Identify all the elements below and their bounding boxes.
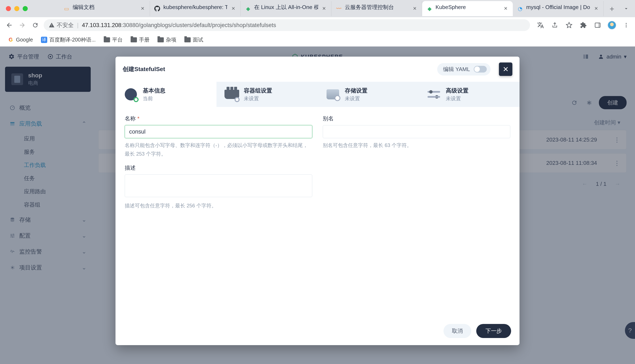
step-tabs: 基本信息当前 容器组设置未设置 存储设置未设置 高级设置未设置 [115,82,520,107]
modal-overlay[interactable]: 创建StatefulSet 编辑 YAML ✕ 基本信息当前 容器组设置未设置 [0,46,635,364]
close-icon[interactable]: ✕ [230,6,236,12]
step-sub: 未设置 [345,95,367,102]
window-min-dot[interactable] [14,6,19,11]
tab-3[interactable]: 〰 云服务器管理控制台 ✕ [331,1,422,16]
bookmark-label: 手册 [139,36,149,43]
modal-footer: 取消 下一步 [115,318,520,345]
name-input[interactable] [125,125,312,138]
tab-2[interactable]: ◆ 在 Linux 上以 All-in-One 模 ✕ [241,1,331,16]
tab-overflow-button[interactable] [621,4,631,14]
bookmark-folder-manual[interactable]: 手册 [129,35,151,44]
bookmark-label: 平台 [112,36,123,43]
not-secure-label: 不安全 [57,22,74,29]
translate-icon[interactable] [536,21,545,29]
modal-title: 创建StatefulSet [123,65,165,73]
address-actions [536,21,630,29]
edit-yaml-toggle[interactable]: 编辑 YAML [437,63,491,76]
new-tab-button[interactable]: ＋ [606,3,618,14]
close-icon[interactable]: ✕ [503,6,509,12]
omnibox[interactable]: 不安全 | 47.103.131.208:30880/golangblogs/c… [44,19,530,31]
tab-label: 在 Linux 上以 All-in-One 模 [254,4,318,11]
create-statefulset-modal: 创建StatefulSet 编辑 YAML ✕ 基本信息当前 容器组设置未设置 [115,56,520,345]
field-hint: 名称只能包含小写字母、数字和连字符（-），必须以小写字母或数字开头和结尾，最长 … [125,141,312,158]
close-icon[interactable]: ✕ [321,6,327,12]
step-storage-settings[interactable]: 存储设置未设置 [317,82,418,107]
profile-avatar[interactable] [608,21,616,29]
slider-icon [427,87,441,102]
step-title: 存储设置 [345,87,367,94]
tab-strip: ▭ 编辑文档 ✕ kubesphere/kubesphere: T ✕ ◆ 在 … [0,0,635,17]
toggle-label: 编辑 YAML [443,66,470,73]
field-name: 名称* 名称只能包含小写字母、数字和连字符（-），必须以小写字母或数字开头和结尾… [125,115,312,158]
step-title: 容器组设置 [244,87,272,94]
modal-header: 创建StatefulSet 编辑 YAML ✕ [115,56,520,82]
svg-rect-1 [598,23,600,27]
back-button[interactable] [5,20,14,30]
tab-label: 编辑文档 [73,4,137,11]
close-icon[interactable]: ✕ [593,6,599,12]
field-hint: 别名可包含任意字符，最长 63 个字符。 [323,141,510,150]
browser-chrome: ▭ 编辑文档 ✕ kubesphere/kubesphere: T ✕ ◆ 在 … [0,0,635,46]
step-basic-info[interactable]: 基本信息当前 [115,82,217,107]
modal-close-button[interactable]: ✕ [499,62,512,76]
disk-icon [325,87,340,102]
tab-label: KubeSphere [436,4,500,10]
step-sub: 未设置 [244,95,272,102]
step-advanced-settings[interactable]: 高级设置未设置 [418,82,520,107]
step-title: 高级设置 [446,87,469,94]
url-text: 47.103.131.208:30880/golangblogs/cluster… [82,22,276,28]
toggle-track [474,66,487,72]
modal-body: 名称* 名称只能包含小写字母、数字和连字符（-），必须以小写字母或数字开头和结尾… [115,107,520,318]
bookmark-baidu-translate[interactable]: 译百度翻译-200种语... [39,35,97,44]
forward-button[interactable] [18,20,27,30]
description-textarea[interactable] [125,174,312,197]
window-max-dot[interactable] [23,6,28,11]
bookmark-folder-misc[interactable]: 杂项 [156,35,178,44]
svg-point-4 [626,26,627,28]
tab-1[interactable]: kubesphere/kubesphere: T ✕ [150,1,241,16]
bookmark-folder-platform[interactable]: 平台 [102,35,124,44]
bookmark-google[interactable]: GGoogle [6,36,35,44]
step-pod-settings[interactable]: 容器组设置未设置 [217,82,317,107]
svg-point-2 [626,23,627,24]
field-label: 描述 [125,164,136,172]
field-description: 描述 描述可包含任意字符，最长 256 个字符。 [125,164,312,210]
field-label: 别名 [323,115,334,122]
close-icon[interactable]: ✕ [412,6,418,12]
chrome-menu-icon[interactable] [622,21,630,29]
window-close-dot[interactable] [6,6,11,11]
bookmark-star-icon[interactable] [565,21,573,29]
step-sub: 未设置 [446,95,469,102]
ship-icon [225,87,239,102]
bookmark-folder-interview[interactable]: 面试 [183,35,205,44]
bookmark-label: 面试 [193,36,203,43]
bookmark-label: 百度翻译-200种语... [49,36,96,43]
tab-4-active[interactable]: ◆ KubeSphere ✕ [422,1,513,16]
share-icon[interactable] [551,21,559,29]
svg-point-3 [626,25,627,26]
step-icon [123,87,138,102]
bookmark-label: 杂项 [166,36,176,43]
extensions-icon[interactable] [579,21,587,29]
tab-label: kubesphere/kubesphere: T [163,4,228,10]
tab-label: 云服务器管理控制台 [345,4,409,11]
tab-5[interactable]: ◔ mysql - Official Image | Do ✕ [513,1,603,16]
next-button[interactable]: 下一步 [476,324,511,338]
field-hint: 描述可包含任意字符，最长 256 个字符。 [125,202,312,210]
field-alias: 别名 别名可包含任意字符，最长 63 个字符。 [323,115,510,158]
bookmarks-bar: GGoogle 译百度翻译-200种语... 平台 手册 杂项 面试 [0,33,635,46]
reload-button[interactable] [31,20,40,30]
cancel-button[interactable]: 取消 [444,324,471,338]
field-label: 名称 [125,115,136,122]
bookmark-label: Google [16,37,33,43]
not-secure-icon: 不安全 [49,22,74,29]
close-icon[interactable]: ✕ [140,6,145,12]
address-bar: 不安全 | 47.103.131.208:30880/golangblogs/c… [0,17,635,33]
window-controls [6,6,28,11]
alias-input[interactable] [323,125,510,138]
sidepanel-icon[interactable] [593,21,602,29]
tab-0[interactable]: ▭ 编辑文档 ✕ [59,1,150,16]
step-sub: 当前 [143,95,165,102]
tab-label: mysql - Official Image | Do [526,4,590,10]
app-viewport: 平台管理 工作台 ⬡ KUBESPHERE admin ▾ shop 电商 [0,46,635,364]
